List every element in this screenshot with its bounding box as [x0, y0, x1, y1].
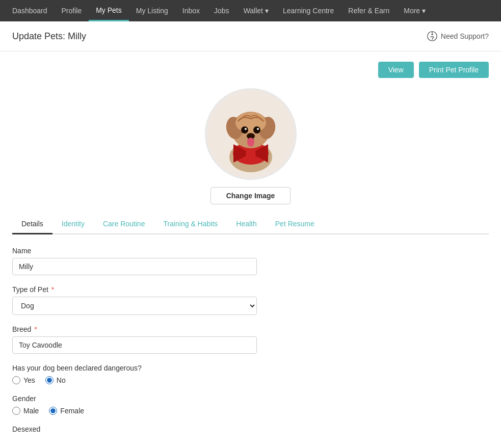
support-icon	[427, 31, 438, 42]
breed-label: Breed *	[12, 325, 489, 333]
svg-point-16	[257, 128, 259, 130]
gender-label: Gender	[12, 394, 489, 403]
nav-wallet[interactable]: Wallet ▾	[236, 0, 276, 21]
tab-care-routine[interactable]: Care Routine	[94, 215, 154, 234]
gender-radio-group: Male Female	[12, 407, 489, 415]
dangerous-radio-group: Yes No	[12, 376, 489, 384]
name-input[interactable]	[12, 258, 257, 275]
support-link[interactable]: Need Support?	[427, 31, 489, 42]
gender-female-radio[interactable]	[49, 407, 57, 415]
gender-group: Gender Male Female	[12, 394, 489, 415]
pet-avatar	[205, 88, 297, 180]
nav-inbox[interactable]: Inbox	[175, 0, 207, 21]
name-group: Name	[12, 247, 489, 275]
main-nav: Dashboard Profile My Pets My Listing Inb…	[0, 0, 501, 21]
tab-identity[interactable]: Identity	[52, 215, 94, 234]
nav-learning-centre[interactable]: Learning Centre	[276, 0, 341, 21]
details-form: Name Type of Pet * Dog Cat Bird Fish Rab…	[12, 247, 489, 433]
dangerous-question: Has your dog been declared dangerous?	[12, 364, 489, 372]
change-image-button[interactable]: Change Image	[210, 187, 291, 204]
dangerous-yes-label[interactable]: Yes	[12, 376, 35, 384]
dangerous-no-label[interactable]: No	[45, 376, 66, 384]
svg-point-14	[253, 126, 260, 134]
action-buttons: View Print Pet Profile	[12, 62, 489, 78]
tab-details[interactable]: Details	[12, 215, 52, 234]
svg-point-2	[432, 34, 433, 35]
dangerous-yes-radio[interactable]	[12, 376, 20, 384]
nav-jobs[interactable]: Jobs	[207, 0, 236, 21]
breed-input[interactable]	[12, 336, 257, 354]
tabs-bar: Details Identity Care Routine Training &…	[12, 215, 489, 234]
svg-point-15	[245, 128, 247, 130]
svg-point-8	[246, 148, 256, 159]
breed-group: Breed *	[12, 325, 489, 354]
tab-training-habits[interactable]: Training & Habits	[154, 215, 227, 234]
breed-required: *	[32, 325, 37, 333]
gender-male-radio[interactable]	[12, 407, 20, 415]
type-select[interactable]: Dog Cat Bird Fish Rabbit Other	[12, 297, 257, 315]
page-header: Update Pets: Milly Need Support?	[0, 21, 501, 51]
change-image-label: Change	[226, 192, 252, 200]
dangerous-group: Has your dog been declared dangerous? Ye…	[12, 364, 489, 384]
tab-pet-resume[interactable]: Pet Resume	[266, 215, 324, 234]
nav-dashboard[interactable]: Dashboard	[5, 0, 55, 21]
nav-my-pets[interactable]: My Pets	[89, 0, 129, 21]
dangerous-no-radio[interactable]	[45, 376, 54, 384]
nav-profile[interactable]: Profile	[55, 0, 89, 21]
desexed-label: Desexed	[12, 425, 489, 433]
gender-female-label[interactable]: Female	[49, 407, 84, 415]
support-label: Need Support?	[441, 32, 489, 40]
main-content: View Print Pet Profile	[0, 51, 501, 448]
image-label: Image	[254, 192, 275, 200]
page-title: Update Pets: Milly	[12, 31, 86, 42]
name-label: Name	[12, 247, 489, 255]
type-required: *	[49, 285, 54, 294]
nav-more[interactable]: More ▾	[397, 0, 433, 21]
pet-photo-svg	[210, 93, 292, 175]
print-button[interactable]: Print Pet Profile	[419, 62, 489, 78]
view-button[interactable]: View	[378, 62, 414, 78]
svg-point-13	[241, 126, 248, 134]
nav-my-listing[interactable]: My Listing	[129, 0, 175, 21]
gender-male-label[interactable]: Male	[12, 407, 39, 415]
svg-point-12	[235, 113, 266, 133]
tab-health[interactable]: Health	[227, 215, 266, 234]
desexed-group: Desexed	[12, 425, 489, 433]
nav-refer-earn[interactable]: Refer & Earn	[341, 0, 397, 21]
type-group: Type of Pet * Dog Cat Bird Fish Rabbit O…	[12, 285, 489, 315]
svg-point-18	[247, 138, 254, 147]
pet-image-section: Change Image	[12, 88, 489, 204]
type-label: Type of Pet *	[12, 285, 489, 294]
